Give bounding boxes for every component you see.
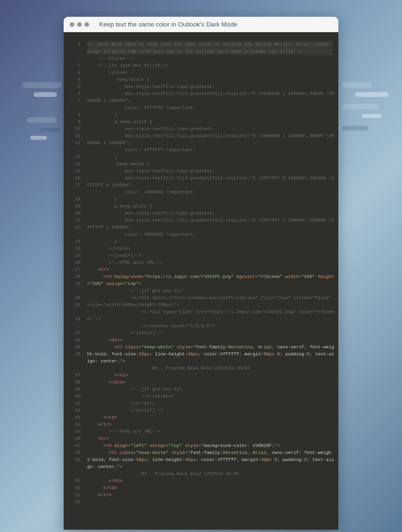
traffic-light-maximize[interactable] [84,22,89,27]
bg-decoration [342,82,372,88]
code-line: <!--[if (gte mso 9)|(IE)]> [87,62,335,69]
bg-decoration [34,92,57,97]
code-window: Keep text the same color in Outlook's Da… [64,17,338,530]
code-line: mso-style-textfill-fill-gradientfill-sto… [87,132,335,146]
bg-decoration [342,104,379,109]
code-line: <v:fill type="tile" src="https://i.imgur… [87,308,335,322]
code-line: <td background="https://i.imgur.com/YJOX… [87,273,335,287]
code-line: <![endif]--> [87,330,335,337]
code-line: </h1> [87,372,335,379]
bg-decoration [355,92,389,97]
code-line: </style> [87,245,335,252]
code-line: </v:rect> [87,400,335,407]
code-line: mso-style-textfill-type:gradient; [87,125,335,132]
code-line: <v:rect xmlns:v="urn:schemas-microsoft-c… [87,294,335,308]
code-line: color: #000000 !important; [87,231,335,238]
code-line: <style> [87,69,335,76]
bg-decoration [362,114,382,118]
code-line: </h1> [87,477,335,484]
traffic-light-close[interactable] [70,22,74,27]
code-line: <h1 class="keep-white" style="font-famil… [87,449,335,470]
code-line: H1 - Proxima Nova Bold #262524 36/46 [87,365,335,372]
code-line: mso-style-textfill-fill-gradientfill-sto… [87,175,335,189]
code-line: mso-style-textfill-type:gradient; [87,168,335,175]
code-line: mso-style-textfill-type:gradient; [87,210,335,217]
bg-decoration [22,82,62,88]
code-line: .keep-black { [87,76,335,83]
code-line: <tr> [87,435,335,442]
traffic-light-minimize[interactable] [77,22,82,27]
code-line: color: #ffffff !important; [87,104,335,111]
code-editor[interactable]: 1234567891011121314151617181920212223242… [64,32,338,530]
code-line: <v:textbox inset="0,0,0,0"> [87,322,335,330]
code-line: } [87,196,335,203]
line-number-gutter: 1234567891011121314151617181920212223242… [64,32,84,530]
code-line: mso-style-textfill-fill-gradientfill-sto… [87,90,335,104]
code-line: <!--HTML w/o VML--> [87,428,335,435]
code-line: .keep-white { [87,161,335,168]
bg-decoration [27,117,57,123]
code-line: </div> [87,379,335,386]
code-line: <!--[if gte mso 9]> [87,386,335,393]
code-line: <h1 class="keep-white" style="font-famil… [87,344,335,365]
code-line: </tr> [87,491,335,498]
code-line: a.keep-black { [87,118,335,125]
code-line: <![endif]--> [87,407,335,414]
bg-decoration [40,127,60,132]
code-line: a.keep-white { [87,203,335,210]
code-line: <tr> [87,266,335,273]
code-line: color: #000000 !important; [87,189,335,196]
code-line: </td> [87,484,335,491]
bg-decoration [342,126,368,130]
window-title: Keep text the same color in Outlook's Da… [99,21,237,28]
code-line: <!--Dark Mode hack to keep text the same… [87,41,333,55]
code-line: mso-style-textfill-type:gradient; [87,83,335,90]
code-line: </td> [87,414,335,421]
code-line: mso-style-textfill-fill-gradientfill-sto… [87,217,335,231]
code-line: <div> [87,337,335,344]
code-content[interactable]: <!--Dark Mode hack to keep text the same… [84,32,338,530]
code-line: <!--HTML with VML--> [87,259,335,266]
code-line: <![endif]--> [87,252,335,259]
code-line: <!--Styles--> [87,55,335,62]
code-line: color: #ffffff !important; [87,146,335,154]
code-line: </tr> [87,421,335,428]
code-line: H1 - Proxima Nova Bold #262524 36/46 [87,470,335,477]
code-line: </v:textbox> [87,393,335,400]
window-titlebar: Keep text the same color in Outlook's Da… [64,17,338,32]
code-line: } [87,238,335,245]
bg-decoration [30,136,47,140]
code-line: } [87,111,335,118]
code-line: <!--[if gte mso 9]> [87,287,335,294]
code-line: <td align="left" valign="top" style="bac… [87,442,335,449]
code-line: } [87,154,335,161]
